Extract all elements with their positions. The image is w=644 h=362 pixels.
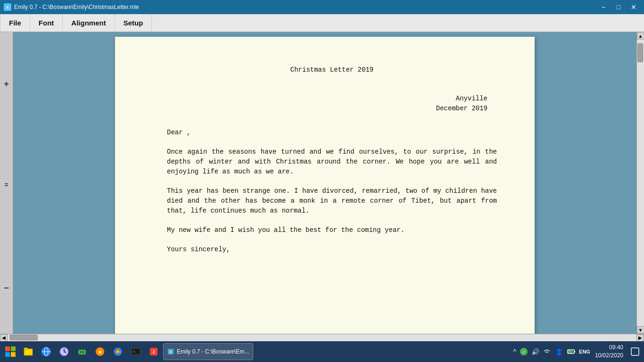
scroll-right-button[interactable]: ▶ (636, 334, 644, 342)
paragraph1: Once again the seasons have turned and w… (167, 147, 497, 177)
app-icon: E (4, 3, 11, 11)
clock[interactable]: 09:40 10/02/2020 (595, 344, 623, 360)
taskbar-clock[interactable] (56, 343, 73, 360)
start-button[interactable] (2, 343, 19, 360)
tray-dropbox-icon (554, 347, 564, 356)
h-scroll-thumb[interactable] (9, 335, 38, 340)
tray-volume[interactable]: 🔊 (531, 348, 539, 355)
address-line2: December 2019 (167, 104, 487, 114)
title-bar-left: E Emily 0.7 - C:\Bosware\Emily\Christmas… (4, 3, 139, 11)
address-line1: Anyville (167, 94, 487, 104)
close-button[interactable]: ✕ (627, 2, 640, 12)
system-tray: ^ ✓ 🔊 ENG (513, 347, 590, 356)
taskbar-tools[interactable]: ★ (91, 343, 108, 360)
svg-text:E: E (6, 5, 9, 9)
svg-rect-3 (24, 348, 28, 350)
svg-point-18 (117, 351, 119, 353)
document-area[interactable]: Christmas Letter 2019 Anyville December … (13, 32, 636, 334)
title-controls: − □ ✕ (597, 2, 640, 12)
scroll-left-button[interactable]: ◀ (0, 334, 8, 342)
letter-title: Christmas Letter 2019 (167, 65, 497, 75)
svg-text:J: J (153, 349, 155, 354)
svg-rect-30 (631, 348, 639, 355)
vertical-scrollbar: ▲ ▼ (636, 32, 644, 334)
taskbar-java[interactable]: J (145, 343, 162, 360)
scroll-down-button[interactable]: ▼ (637, 326, 644, 334)
ruler-equals[interactable]: = (4, 181, 8, 189)
tray-chevron[interactable]: ^ (513, 348, 517, 355)
taskbar: ★ >_ J E Emily 0.7 - C:\Bosware\Em... ^ (0, 341, 644, 362)
left-ruler: + = − (0, 32, 13, 334)
paragraph3: My new wife and I wish you all the best … (167, 225, 497, 235)
taskbar-file-manager[interactable] (20, 343, 37, 360)
minimize-button[interactable]: − (597, 2, 610, 12)
svg-point-12 (80, 351, 82, 353)
notification-button[interactable] (628, 343, 642, 360)
svg-text:✓: ✓ (522, 349, 526, 354)
title-bar: E Emily 0.7 - C:\Bosware\Emily\Christmas… (0, 0, 644, 14)
clock-date: 10/02/2020 (595, 352, 623, 360)
menu-setup[interactable]: Setup (115, 14, 152, 32)
closing: Yours sincerely, (167, 245, 497, 255)
ruler-minus[interactable]: − (4, 283, 9, 293)
scroll-thumb[interactable] (637, 43, 643, 62)
menu-font[interactable]: Font (30, 14, 63, 32)
scroll-up-button[interactable]: ▲ (637, 32, 644, 40)
svg-text:★: ★ (98, 350, 102, 354)
clock-time: 09:40 (595, 344, 623, 352)
ruler-plus[interactable]: + (4, 79, 9, 89)
menu-file[interactable]: File (0, 14, 30, 32)
salutation: Dear , (167, 128, 497, 138)
menu-alignment[interactable]: Alignment (63, 14, 115, 32)
app-button-label: Emily 0.7 - C:\Bosware\Em... (177, 348, 249, 355)
svg-rect-28 (574, 351, 575, 353)
taskbar-firefox[interactable] (109, 343, 126, 360)
h-scroll-track[interactable] (8, 334, 636, 341)
letter-body: Dear , Once again the seasons have turne… (167, 128, 497, 255)
svg-rect-29 (568, 350, 573, 353)
maximize-button[interactable]: □ (612, 2, 625, 12)
svg-rect-11 (78, 350, 86, 354)
tray-wifi-icon (542, 347, 552, 356)
windows-logo (5, 346, 16, 357)
editor-container: + = − Christmas Letter 2019 Anyville Dec… (0, 32, 644, 334)
scroll-track[interactable] (637, 40, 644, 326)
horizontal-scrollbar: ◀ ▶ (0, 334, 644, 341)
menu-bar: File Font Alignment Setup (0, 14, 644, 32)
svg-point-13 (83, 351, 84, 353)
tray-security-icon: ✓ (519, 347, 528, 356)
svg-text:>_: >_ (133, 350, 138, 354)
taskbar-terminal[interactable]: >_ (127, 343, 144, 360)
svg-text:E: E (170, 350, 172, 354)
taskbar-game[interactable] (74, 343, 91, 360)
taskbar-browser[interactable] (38, 343, 55, 360)
paragraph2: This year has been strange one. I have d… (167, 186, 497, 216)
tray-battery-icon (567, 347, 576, 356)
document-page: Christmas Letter 2019 Anyville December … (115, 37, 535, 334)
tray-lang[interactable]: ENG (579, 349, 590, 354)
taskbar-app-button[interactable]: E Emily 0.7 - C:\Bosware\Em... (163, 343, 253, 360)
letter-address: Anyville December 2019 (167, 94, 487, 114)
window-title: Emily 0.7 - C:\Bosware\Emily\ChristmasLe… (14, 4, 139, 10)
